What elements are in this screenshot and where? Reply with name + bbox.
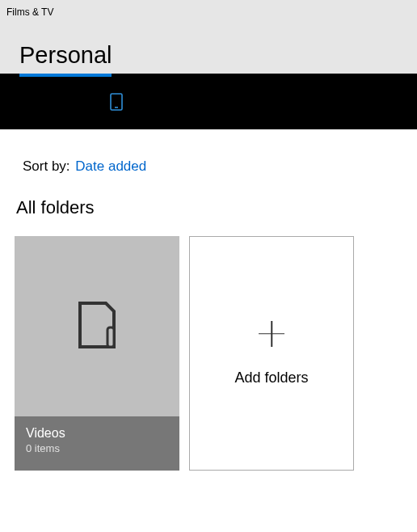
tab-personal[interactable]: Personal (19, 42, 112, 74)
content-area: Sort by: Date added All folders Videos 0… (0, 129, 417, 471)
folder-icon-zone (15, 236, 179, 416)
header: Personal (0, 24, 417, 74)
svg-rect-1 (115, 107, 118, 108)
device-bar (0, 74, 417, 129)
window-title: Films & TV (6, 6, 53, 18)
tab-label: Personal (19, 42, 112, 68)
document-icon (77, 300, 117, 353)
add-folders-label: Add folders (234, 369, 308, 386)
folder-tiles: Videos 0 items Add folders (15, 236, 402, 471)
sort-row: Sort by: Date added (23, 158, 402, 175)
folder-name: Videos (26, 426, 168, 441)
folder-count: 0 items (26, 442, 168, 454)
window-title-bar: Films & TV (0, 0, 417, 24)
tab-row: Personal (19, 42, 417, 74)
tablet-icon[interactable] (110, 93, 123, 111)
svg-rect-2 (107, 327, 114, 347)
section-title: All folders (16, 197, 402, 218)
folder-tile-videos[interactable]: Videos 0 items (15, 236, 179, 471)
sort-by-label: Sort by: (23, 158, 70, 174)
folder-caption: Videos 0 items (15, 416, 179, 471)
plus-icon (259, 321, 284, 347)
add-folders-tile[interactable]: Add folders (189, 236, 354, 471)
sort-value-dropdown[interactable]: Date added (75, 158, 146, 174)
